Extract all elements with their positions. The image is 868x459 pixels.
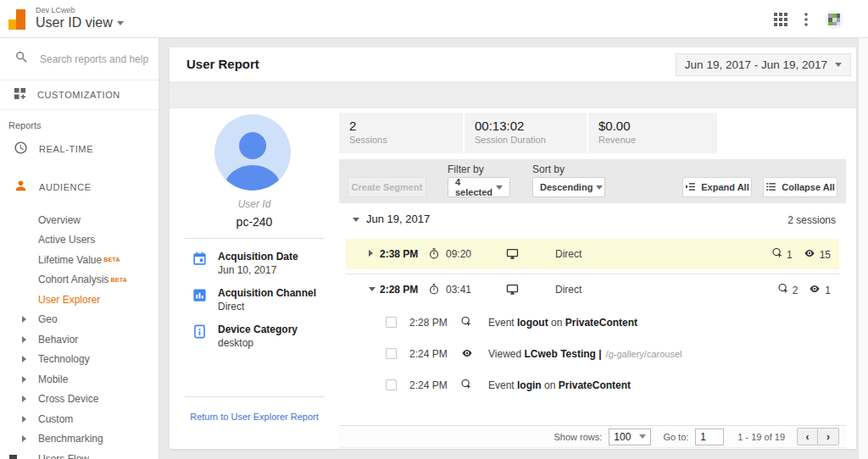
device-category-row: Device Categorydesktop <box>192 324 298 350</box>
events-count: 1 <box>787 249 793 261</box>
hit-row: 2:24 PM Viewed LCweb Testing |/g-gallery… <box>346 339 839 369</box>
date-range-selector[interactable]: Jun 19, 2017 - Jun 19, 2017 <box>676 53 851 76</box>
acquisition-channel-row: Acquisition ChannelDirect <box>192 287 316 313</box>
events-count: 2 <box>793 285 798 296</box>
chevron-down-icon <box>639 434 646 439</box>
expand-arrow-icon[interactable] <box>369 250 373 257</box>
sidebar-item-audience[interactable]: AUDIENCE <box>0 172 159 202</box>
sidebar-item-cohort-analysis[interactable]: Cohort AnalysisBETA <box>0 270 159 290</box>
goto-page-input[interactable] <box>695 429 724 445</box>
expand-arrow-icon <box>22 356 26 362</box>
expand-arrow-icon <box>22 376 26 383</box>
search-icon <box>14 50 29 68</box>
search-input[interactable] <box>40 53 150 65</box>
event-icon <box>460 379 472 394</box>
pageviews-count: 15 <box>820 249 831 261</box>
filter-by-label: Filter by <box>448 163 484 175</box>
return-to-user-explorer-link[interactable]: Return to User Explorer Report <box>170 412 339 422</box>
chevron-down-icon <box>117 21 124 25</box>
events-count-icon <box>777 283 789 297</box>
next-page-button[interactable]: › <box>818 428 839 445</box>
divider <box>185 238 324 239</box>
session-toolbar: Create Segment Filter by 4 selected Sort… <box>339 159 846 203</box>
hit-row: 2:28 PM Event logout on PrivateContent <box>346 307 839 338</box>
expand-arrow-icon <box>22 435 26 442</box>
collapse-arrow-icon[interactable] <box>353 218 359 222</box>
sidebar-item-cross-device[interactable]: Cross Device <box>0 390 159 410</box>
expand-arrow-icon <box>22 416 26 423</box>
sidebar-item-user-explorer[interactable]: User Explorer <box>0 290 159 310</box>
stat-session-duration: 00:13:02Session Duration <box>465 113 587 153</box>
main-content: User Report Jun 19, 2017 - Jun 19, 2017 … <box>170 47 856 449</box>
session-row[interactable]: 2:38 PM 09:20 Direct 1 15 <box>346 239 839 269</box>
expand-arrow-icon <box>22 336 26 343</box>
analytics-logo-icon <box>8 8 31 30</box>
acquisition-date-row: Acquisition DateJun 10, 2017 <box>192 251 298 277</box>
header-divider-band <box>170 81 856 108</box>
user-id-label: User Id <box>170 198 339 210</box>
calendar-icon <box>192 251 208 277</box>
sidebar-item-custom[interactable]: Custom <box>0 409 159 429</box>
bar-chart-icon <box>192 287 208 313</box>
user-avatar[interactable] <box>824 9 844 33</box>
rows-per-page-select[interactable]: 100 <box>609 429 651 445</box>
expand-all-icon <box>685 181 696 194</box>
sidebar-item-mobile[interactable]: Mobile <box>0 369 159 390</box>
session-panel: 2Sessions 00:13:02Session Duration $0.00… <box>339 108 846 449</box>
create-segment-button[interactable]: Create Segment <box>348 177 426 197</box>
event-icon <box>460 316 472 331</box>
sidebar-item-active-users[interactable]: Active Users <box>0 230 159 251</box>
pageview-icon <box>460 347 474 362</box>
hit-checkbox[interactable] <box>386 348 397 359</box>
show-rows-label: Show rows: <box>554 432 602 442</box>
sidebar-item-benchmarking[interactable]: Benchmarking <box>0 429 159 450</box>
previous-page-button[interactable]: ‹ <box>797 428 818 445</box>
beta-badge: BETA <box>110 277 127 283</box>
events-count-icon <box>771 247 783 262</box>
hit-checkbox[interactable] <box>386 379 397 390</box>
pagination-range: 1 - 19 of 19 <box>737 432 785 442</box>
view-selector[interactable]: User ID view <box>36 15 124 30</box>
sidebar-item-label: REAL-TIME <box>39 144 93 154</box>
pageviews-icon <box>808 283 821 297</box>
sort-dropdown[interactable]: Descending <box>532 177 605 197</box>
expand-arrow-icon <box>22 316 26 323</box>
group-date: Jun 19, 2017 <box>366 213 430 225</box>
desktop-icon <box>505 283 520 300</box>
sidebar-item-geo[interactable]: Geo <box>0 310 159 330</box>
stopwatch-icon <box>428 283 440 299</box>
sidebar-item-lifetime-value[interactable]: Lifetime ValueBETA <box>0 250 159 270</box>
session-row[interactable]: 2:28 PM 03:41 Direct 2 1 <box>346 274 839 304</box>
customization-icon <box>14 87 26 103</box>
apps-grid-icon[interactable] <box>773 12 788 30</box>
hit-checkbox[interactable] <box>386 317 397 328</box>
more-vert-icon[interactable] <box>804 12 809 30</box>
sidebar: CUSTOMIZATION Reports REAL-TIME AUDIENCE… <box>0 38 159 459</box>
user-avatar-large <box>214 114 291 191</box>
beta-badge: BETA <box>103 257 120 263</box>
top-app-bar: Dev LCweb User ID view <box>0 0 868 38</box>
pageviews-icon <box>803 247 816 262</box>
divider <box>185 396 324 397</box>
sidebar-item-label: AUDIENCE <box>39 182 92 192</box>
sidebar-item-overview[interactable]: Overview <box>0 210 159 230</box>
page-scrollbar[interactable] <box>858 38 868 459</box>
person-icon <box>14 179 28 196</box>
sidebar-item-users-flow[interactable]: Users Flow <box>0 449 159 459</box>
collapse-arrow-icon[interactable] <box>369 287 376 291</box>
sidebar-item-label: CUSTOMIZATION <box>37 90 120 100</box>
stat-sessions: 2Sessions <box>339 113 463 153</box>
filter-dropdown[interactable]: 4 selected <box>448 177 510 197</box>
date-group-row[interactable]: Jun 19, 2017 2 sessions <box>339 210 846 232</box>
page-title: User Report <box>186 57 259 71</box>
chevron-down-icon <box>835 63 842 67</box>
expand-all-button[interactable]: Expand All <box>682 177 752 197</box>
sort-by-label: Sort by <box>532 163 565 175</box>
sidebar-item-technology[interactable]: Technology <box>0 350 159 370</box>
sidebar-item-customization[interactable]: CUSTOMIZATION <box>0 80 159 110</box>
collapse-all-button[interactable]: Collapse All <box>763 177 837 197</box>
sidebar-item-realtime[interactable]: REAL-TIME <box>0 134 159 164</box>
sidebar-item-behavior[interactable]: Behavior <box>0 329 159 350</box>
user-id-value: pc-240 <box>170 215 339 229</box>
search-bar[interactable] <box>0 38 159 80</box>
